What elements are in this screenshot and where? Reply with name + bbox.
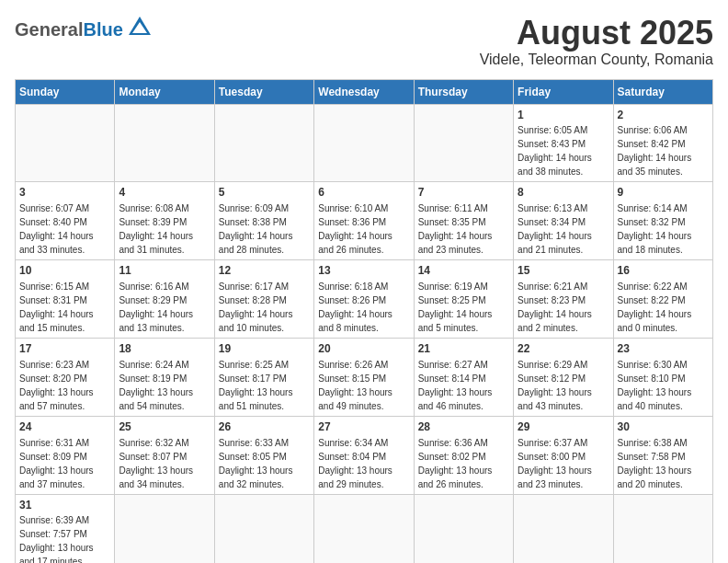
day-info: Sunrise: 6:34 AMSunset: 8:04 PMDaylight:… bbox=[318, 438, 392, 489]
month-title: August 2025 bbox=[480, 15, 713, 52]
calendar-day-cell: 20Sunrise: 6:26 AMSunset: 8:15 PMDayligh… bbox=[314, 338, 414, 416]
calendar-day-cell: 2Sunrise: 6:06 AMSunset: 8:42 PMDaylight… bbox=[613, 104, 712, 182]
calendar-day-cell bbox=[115, 104, 214, 182]
calendar-day-cell bbox=[414, 494, 513, 563]
day-info: Sunrise: 6:08 AMSunset: 8:39 PMDaylight:… bbox=[119, 203, 193, 255]
weekday-header-wednesday: Wednesday bbox=[314, 79, 414, 104]
calendar-day-cell: 27Sunrise: 6:34 AMSunset: 8:04 PMDayligh… bbox=[314, 416, 414, 494]
day-info: Sunrise: 6:29 AMSunset: 8:12 PMDaylight:… bbox=[518, 360, 592, 411]
calendar-day-cell bbox=[214, 494, 313, 563]
calendar-day-cell bbox=[214, 104, 313, 182]
day-number: 29 bbox=[518, 419, 609, 435]
calendar-day-cell: 5Sunrise: 6:09 AMSunset: 8:38 PMDaylight… bbox=[214, 182, 313, 260]
day-info: Sunrise: 6:16 AMSunset: 8:29 PMDaylight:… bbox=[119, 282, 193, 333]
calendar-day-cell bbox=[414, 104, 513, 182]
day-number: 4 bbox=[119, 185, 210, 201]
day-number: 10 bbox=[19, 263, 110, 279]
calendar-day-cell: 15Sunrise: 6:21 AMSunset: 8:23 PMDayligh… bbox=[514, 260, 613, 339]
title-area: August 2025 Videle, Teleorman County, Ro… bbox=[480, 15, 713, 68]
calendar-day-cell bbox=[115, 494, 214, 563]
calendar-week-row: 1Sunrise: 6:05 AMSunset: 8:43 PMDaylight… bbox=[16, 104, 713, 182]
calendar-day-cell: 30Sunrise: 6:38 AMSunset: 7:58 PMDayligh… bbox=[613, 416, 712, 494]
day-number: 6 bbox=[318, 185, 409, 201]
day-info: Sunrise: 6:23 AMSunset: 8:20 PMDaylight:… bbox=[19, 360, 94, 411]
location-title: Videle, Teleorman County, Romania bbox=[480, 52, 713, 68]
day-info: Sunrise: 6:32 AMSunset: 8:07 PMDaylight:… bbox=[119, 438, 193, 489]
day-number: 12 bbox=[219, 263, 310, 279]
weekday-header-friday: Friday bbox=[514, 79, 613, 104]
calendar-day-cell bbox=[314, 104, 414, 182]
day-info: Sunrise: 6:30 AMSunset: 8:10 PMDaylight:… bbox=[618, 360, 692, 411]
day-info: Sunrise: 6:06 AMSunset: 8:42 PMDaylight:… bbox=[618, 125, 692, 177]
calendar-week-row: 24Sunrise: 6:31 AMSunset: 8:09 PMDayligh… bbox=[16, 416, 713, 494]
day-info: Sunrise: 6:26 AMSunset: 8:15 PMDaylight:… bbox=[318, 360, 392, 411]
day-number: 17 bbox=[19, 341, 110, 357]
day-info: Sunrise: 6:33 AMSunset: 8:05 PMDaylight:… bbox=[219, 438, 293, 489]
day-number: 5 bbox=[219, 185, 310, 201]
day-info: Sunrise: 6:13 AMSunset: 8:34 PMDaylight:… bbox=[518, 203, 592, 255]
day-number: 13 bbox=[318, 263, 409, 279]
day-info: Sunrise: 6:18 AMSunset: 8:26 PMDaylight:… bbox=[318, 282, 392, 333]
day-number: 21 bbox=[418, 341, 509, 357]
weekday-header-thursday: Thursday bbox=[414, 79, 513, 104]
calendar-day-cell: 6Sunrise: 6:10 AMSunset: 8:36 PMDaylight… bbox=[314, 182, 414, 260]
calendar-day-cell: 28Sunrise: 6:36 AMSunset: 8:02 PMDayligh… bbox=[414, 416, 513, 494]
calendar-day-cell: 21Sunrise: 6:27 AMSunset: 8:14 PMDayligh… bbox=[414, 338, 513, 416]
day-number: 27 bbox=[318, 419, 409, 435]
calendar-week-row: 31Sunrise: 6:39 AMSunset: 7:57 PMDayligh… bbox=[16, 494, 713, 563]
calendar-week-row: 3Sunrise: 6:07 AMSunset: 8:40 PMDaylight… bbox=[16, 182, 713, 260]
day-number: 31 bbox=[19, 498, 110, 513]
logo: GeneralBlue bbox=[15, 15, 153, 44]
day-number: 16 bbox=[618, 263, 709, 279]
weekday-header-row: SundayMondayTuesdayWednesdayThursdayFrid… bbox=[16, 79, 713, 104]
day-info: Sunrise: 6:27 AMSunset: 8:14 PMDaylight:… bbox=[418, 360, 493, 411]
day-number: 20 bbox=[318, 341, 409, 357]
day-number: 30 bbox=[618, 419, 709, 435]
logo-text: GeneralBlue bbox=[15, 19, 123, 40]
day-number: 11 bbox=[119, 263, 210, 279]
calendar-day-cell: 1Sunrise: 6:05 AMSunset: 8:43 PMDaylight… bbox=[514, 104, 613, 182]
calendar-day-cell: 3Sunrise: 6:07 AMSunset: 8:40 PMDaylight… bbox=[16, 182, 115, 260]
weekday-header-saturday: Saturday bbox=[613, 79, 712, 104]
day-number: 19 bbox=[219, 341, 310, 357]
calendar-day-cell: 7Sunrise: 6:11 AMSunset: 8:35 PMDaylight… bbox=[414, 182, 513, 260]
day-number: 3 bbox=[19, 185, 110, 201]
calendar-day-cell: 17Sunrise: 6:23 AMSunset: 8:20 PMDayligh… bbox=[16, 338, 115, 416]
day-info: Sunrise: 6:24 AMSunset: 8:19 PMDaylight:… bbox=[119, 360, 193, 411]
page-header: GeneralBlue August 2025 Videle, Teleorma… bbox=[15, 15, 713, 68]
calendar-day-cell bbox=[16, 104, 115, 182]
calendar-day-cell: 12Sunrise: 6:17 AMSunset: 8:28 PMDayligh… bbox=[214, 260, 313, 339]
day-number: 18 bbox=[119, 341, 210, 357]
day-info: Sunrise: 6:19 AMSunset: 8:25 PMDaylight:… bbox=[418, 282, 493, 333]
calendar-day-cell: 14Sunrise: 6:19 AMSunset: 8:25 PMDayligh… bbox=[414, 260, 513, 339]
day-info: Sunrise: 6:36 AMSunset: 8:02 PMDaylight:… bbox=[418, 438, 493, 489]
day-info: Sunrise: 6:14 AMSunset: 8:32 PMDaylight:… bbox=[618, 203, 692, 255]
day-number: 22 bbox=[518, 341, 609, 357]
calendar-week-row: 10Sunrise: 6:15 AMSunset: 8:31 PMDayligh… bbox=[16, 260, 713, 339]
day-info: Sunrise: 6:17 AMSunset: 8:28 PMDaylight:… bbox=[219, 282, 293, 333]
day-info: Sunrise: 6:15 AMSunset: 8:31 PMDaylight:… bbox=[19, 282, 94, 333]
calendar-day-cell: 26Sunrise: 6:33 AMSunset: 8:05 PMDayligh… bbox=[214, 416, 313, 494]
day-number: 15 bbox=[518, 263, 609, 279]
calendar-day-cell: 24Sunrise: 6:31 AMSunset: 8:09 PMDayligh… bbox=[16, 416, 115, 494]
day-info: Sunrise: 6:09 AMSunset: 8:38 PMDaylight:… bbox=[219, 203, 293, 255]
day-number: 24 bbox=[19, 419, 110, 435]
calendar-day-cell: 13Sunrise: 6:18 AMSunset: 8:26 PMDayligh… bbox=[314, 260, 414, 339]
day-number: 2 bbox=[618, 108, 709, 123]
calendar-day-cell bbox=[613, 494, 712, 563]
weekday-header-sunday: Sunday bbox=[16, 79, 115, 104]
calendar-day-cell: 19Sunrise: 6:25 AMSunset: 8:17 PMDayligh… bbox=[214, 338, 313, 416]
calendar-day-cell: 16Sunrise: 6:22 AMSunset: 8:22 PMDayligh… bbox=[613, 260, 712, 339]
calendar-day-cell bbox=[314, 494, 414, 563]
day-info: Sunrise: 6:39 AMSunset: 7:57 PMDaylight:… bbox=[19, 515, 94, 563]
calendar-day-cell: 11Sunrise: 6:16 AMSunset: 8:29 PMDayligh… bbox=[115, 260, 214, 339]
calendar-day-cell: 29Sunrise: 6:37 AMSunset: 8:00 PMDayligh… bbox=[514, 416, 613, 494]
day-number: 23 bbox=[618, 341, 709, 357]
day-number: 14 bbox=[418, 263, 509, 279]
day-number: 7 bbox=[418, 185, 509, 201]
day-number: 9 bbox=[618, 185, 709, 201]
day-number: 8 bbox=[518, 185, 609, 201]
day-info: Sunrise: 6:22 AMSunset: 8:22 PMDaylight:… bbox=[618, 282, 692, 333]
calendar-day-cell: 23Sunrise: 6:30 AMSunset: 8:10 PMDayligh… bbox=[613, 338, 712, 416]
calendar-day-cell: 4Sunrise: 6:08 AMSunset: 8:39 PMDaylight… bbox=[115, 182, 214, 260]
